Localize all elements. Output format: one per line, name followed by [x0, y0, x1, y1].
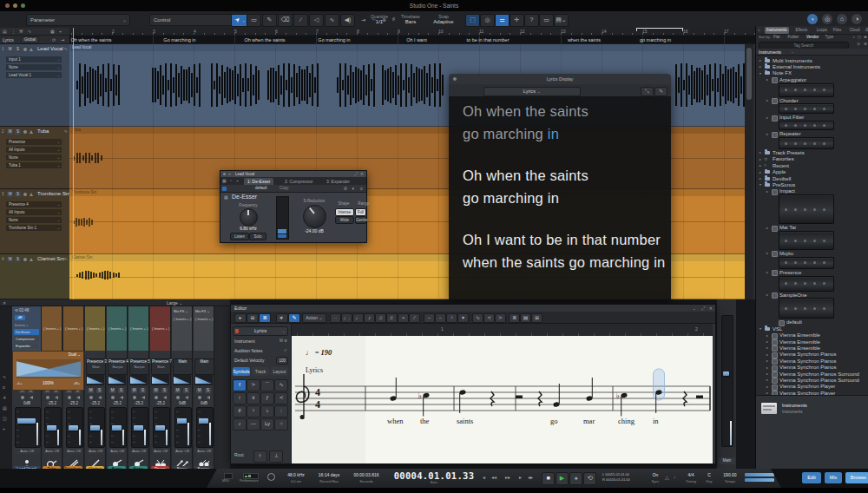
inserts-label[interactable]: ( Inserts + ) [65, 326, 82, 331]
home-icon[interactable]: ⌂ [837, 14, 847, 24]
inserts-label[interactable]: ( Inserts + ) [152, 326, 169, 331]
instrument-row[interactable]: Instrument [234, 337, 255, 345]
note-value-2[interactable]: ♩ [352, 313, 364, 323]
preset-thumbnail-presence[interactable] [779, 276, 834, 292]
listen-tool[interactable]: ◀) [340, 14, 355, 27]
channel-input-icon[interactable] [163, 396, 167, 399]
browser-panel-icon[interactable]: ▢ [858, 35, 861, 39]
expander-icon[interactable]: ▸ [760, 157, 761, 161]
channel-record-icon[interactable] [133, 396, 136, 399]
channel-mute-button[interactable]: M [131, 388, 137, 393]
loop-range-display[interactable]: L 00015.01.01.00 R 00016.01.01.00 [602, 472, 644, 483]
s-reduction-knob[interactable] [303, 205, 326, 228]
note-value-3[interactable]: ♪ [364, 313, 375, 323]
channel-device[interactable]: Presence 4Banjos [108, 358, 128, 375]
timebase-selector[interactable]: TimebaseBars [396, 14, 425, 24]
browser-tab-loops[interactable]: Loops [816, 27, 828, 34]
track-record-icon[interactable] [23, 258, 27, 261]
tree-item-vienna-synchron-pianos-surround[interactable]: ▸Vienna Synchron Pianos Surround [756, 377, 868, 383]
pan-triangles[interactable] [16, 359, 81, 378]
preset-thumbnail-sampleone[interactable] [779, 298, 834, 319]
inserts-label[interactable]: ( Inserts + ) [195, 317, 213, 321]
browser-tab-effects[interactable]: Effects [795, 27, 809, 34]
return-button[interactable]: ◂▸ [528, 474, 533, 480]
channel-mute-button[interactable]: M [174, 388, 181, 393]
fader-cap[interactable] [155, 425, 165, 431]
track-solo-button[interactable]: S [15, 257, 21, 262]
bend-tool[interactable]: ∿ [325, 14, 339, 27]
audition-notes-row[interactable]: Audition Notes [234, 346, 263, 355]
snap-selector[interactable]: SnapAdaptive [427, 14, 460, 24]
notifications-icon[interactable]: ◑ [852, 14, 862, 24]
expander-icon[interactable]: ▸ [760, 176, 761, 181]
channel-pan[interactable] [129, 375, 148, 385]
channel-input-icon[interactable] [98, 396, 102, 399]
main-fader-well[interactable] [721, 315, 733, 447]
record-panel-icon[interactable]: ◎ [822, 14, 832, 24]
fader-cap[interactable] [17, 418, 36, 424]
score-sheet[interactable]: ♩ = 190Lyrics44when♭thesaintsgomar♭ching… [292, 336, 713, 463]
channel-strip-drums[interactable]: ( Inserts + )Presence 7MainMS-25.2Auto: … [150, 306, 171, 469]
expander-icon[interactable]: ▸ [760, 163, 761, 168]
plugin-expand-icon[interactable]: ⤢ [354, 171, 358, 177]
tree-item-dexibell[interactable]: ▸Dexibell [756, 175, 868, 181]
shape-intense-button[interactable]: Intense [335, 208, 354, 216]
preset-thumbnail-mojito[interactable] [779, 257, 834, 269]
metronome-toggle[interactable]: ▭ [539, 14, 554, 27]
symbol-14[interactable]: Ly [260, 418, 274, 431]
track-record-icon[interactable] [23, 193, 27, 196]
track-solo-button[interactable]: S [15, 129, 21, 135]
loop-range-marker[interactable] [636, 28, 683, 31]
sort-option-type[interactable]: Type [825, 35, 834, 39]
tree-item-vienna-ensemble[interactable]: ▸Vienna Ensemble [756, 345, 868, 351]
browser-section-header[interactable]: Instruments ⌄ [756, 49, 868, 56]
note-value-0[interactable]: ∙∙ [330, 313, 341, 323]
user-avatar-icon[interactable]: ◖ [807, 14, 818, 24]
lyrics-scope-dropdown[interactable]: Global [21, 36, 39, 43]
track-slot-2[interactable]: None⌄ [6, 154, 62, 161]
channel-input-icon[interactable] [207, 396, 210, 399]
plugin-clock-icon[interactable]: ◔ [229, 178, 232, 183]
expander-icon[interactable]: ▸ [766, 378, 768, 382]
automation-mode-button[interactable]: Auto: Off [108, 448, 126, 454]
timing-display[interactable]: 4/4Timing [682, 472, 700, 484]
inserts-label[interactable]: ( Inserts + ) [108, 326, 126, 331]
channel-strip-brass[interactable]: Mix FX ⌄( Inserts + )MainMS0dBAuto: OffB… [172, 306, 193, 469]
track-slot-0[interactable]: Presence⌄ [6, 139, 62, 145]
mixfx-label[interactable]: Mix FX ⌄ [174, 309, 188, 313]
symbol-10[interactable]: ♭ [260, 405, 274, 417]
browser-menu-icon[interactable]: ≣ [864, 35, 867, 39]
channel-input-icon[interactable] [141, 396, 145, 399]
track-slot-1[interactable]: All Inputs⌄ [6, 209, 62, 215]
channel-pan[interactable] [86, 375, 104, 385]
track-mute-button[interactable]: M [7, 192, 13, 197]
channel-record-icon[interactable] [176, 396, 180, 399]
shape-wide-button[interactable]: Wide [335, 216, 354, 224]
preset-thumbnail-repeater[interactable] [779, 137, 834, 149]
lyrics-line-6[interactable]: Oh I want to be in that number [463, 232, 661, 248]
link-toggle[interactable]: ⚌ [495, 14, 510, 27]
plugin-gear-icon[interactable]: ⚙ [344, 186, 347, 191]
velocity-value[interactable]: 100 [276, 357, 288, 365]
automation-mode-button[interactable]: Auto: Off [195, 448, 213, 454]
play-button[interactable]: ▶ [556, 472, 569, 485]
metronome-icon[interactable]: △ [665, 474, 669, 480]
expander-icon[interactable]: ▸ [766, 385, 768, 389]
track-slot-0[interactable]: Presence 4⌄ [6, 201, 62, 207]
lyrics-line-0[interactable]: Oh when the saints [463, 103, 589, 120]
channel-strip-banjos[interactable]: Mix FX ⌄( Inserts + )MainMS0dBAuto: OffB… [194, 306, 214, 469]
lyric-event[interactable]: to be in that number [467, 37, 510, 43]
lyric-event[interactable]: Oh when the saints [70, 37, 111, 43]
tree-item-vienna-synchron-pianos[interactable]: ▸Vienna Synchron Pianos [756, 352, 868, 358]
db-chip[interactable]: dB [15, 315, 25, 320]
track-slot-1[interactable]: None⌄ [6, 64, 62, 70]
tree-item-presence[interactable]: ▸Presence [756, 269, 868, 275]
resize-text-icon[interactable]: ⤡ [641, 87, 654, 96]
channel-pan[interactable] [108, 375, 126, 385]
preset-thumbnail-chorder[interactable] [779, 103, 834, 114]
prev-marker-button[interactable]: ◂ [483, 474, 485, 480]
channel-solo-button[interactable]: S [96, 388, 102, 393]
tree-item-vienna-synchron-pianos[interactable]: ▸Vienna Synchron Pianos [756, 358, 868, 364]
lyrics-text-area[interactable]: Oh when the saintsgo marching inOh when … [449, 96, 671, 299]
plugin-tab-expander[interactable]: 3: Expander [323, 178, 353, 185]
